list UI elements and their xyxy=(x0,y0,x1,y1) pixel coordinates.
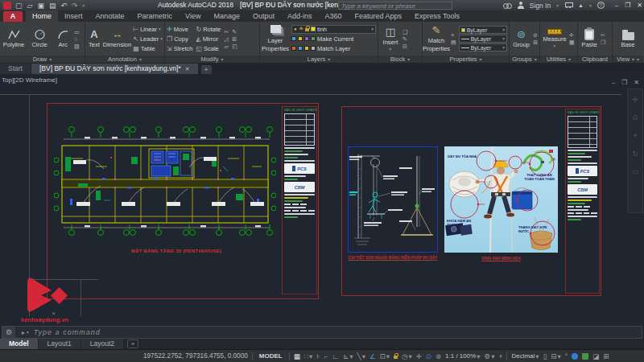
group-button[interactable]: Group xyxy=(511,23,531,55)
sign-in-chevron-icon[interactable] xyxy=(556,3,559,8)
plot-icon[interactable] xyxy=(49,2,56,10)
tab-express-tools[interactable]: Express Tools xyxy=(408,10,466,22)
doc-restore-icon[interactable] xyxy=(621,79,627,86)
object-color-select[interactable]: ByLayer xyxy=(459,26,507,34)
help-search-input[interactable]: Type a keyword or phrase xyxy=(338,2,452,10)
panel-label-clipboard[interactable]: Clipboard xyxy=(578,56,612,63)
match-layer-button[interactable]: Match Layer xyxy=(291,44,376,53)
edit-icon[interactable] xyxy=(232,29,237,35)
open-file-icon[interactable] xyxy=(27,2,33,10)
object-snap-tracking-icon[interactable] xyxy=(369,352,376,360)
block-attributes-icon[interactable] xyxy=(402,43,407,49)
annotation-visibility-icon[interactable] xyxy=(426,352,431,360)
ortho-icon[interactable] xyxy=(332,352,339,360)
a360-chevron-icon[interactable] xyxy=(589,3,592,8)
rotate-button[interactable]: Rotate xyxy=(196,25,221,34)
tab-layout2[interactable]: Layout2 xyxy=(81,339,123,349)
command-line[interactable]: Type a command xyxy=(2,326,642,339)
store-cart-icon[interactable] xyxy=(564,2,572,8)
quick-properties-icon[interactable] xyxy=(543,352,547,360)
showmotion-icon[interactable] xyxy=(632,167,639,175)
snap-icon[interactable] xyxy=(304,352,308,360)
insert-button[interactable]: Insert xyxy=(380,23,401,55)
panel-label-block[interactable]: Block xyxy=(378,56,422,63)
panel-label-utilities[interactable]: Utilities xyxy=(540,56,577,63)
customize-wrench-icon[interactable] xyxy=(2,327,15,338)
linear-dimension-button[interactable]: Linear xyxy=(133,25,163,34)
text-button[interactable]: A Text xyxy=(87,23,101,55)
panel-label-annotation[interactable]: Annotation xyxy=(85,56,164,63)
quick-calc-icon[interactable] xyxy=(569,39,575,45)
tab-model[interactable]: Model xyxy=(0,339,38,349)
search-icon[interactable] xyxy=(503,3,512,8)
copy-button[interactable]: Copy xyxy=(167,35,192,43)
chevron-down-icon[interactable] xyxy=(535,352,539,360)
workspace-gear-icon[interactable] xyxy=(485,352,491,360)
lock-ui-icon[interactable] xyxy=(394,356,398,359)
ellipse-icon[interactable] xyxy=(74,36,80,42)
sign-in-button[interactable]: Sign In xyxy=(530,2,551,10)
transparency-icon[interactable] xyxy=(451,39,456,45)
infer-constraints-icon[interactable] xyxy=(316,352,320,360)
panel-label-properties[interactable]: Properties xyxy=(423,56,509,63)
tab-featured-apps[interactable]: Featured Apps xyxy=(349,10,409,22)
tab-layout1[interactable]: Layout1 xyxy=(39,339,80,349)
qat-customize-icon[interactable] xyxy=(83,3,85,8)
chevron-down-icon[interactable] xyxy=(386,352,390,360)
navigation-bar[interactable] xyxy=(627,88,643,213)
graphics-performance-icon[interactable] xyxy=(572,353,578,360)
chevron-down-icon[interactable] xyxy=(362,352,365,360)
hardware-acceleration-icon[interactable] xyxy=(582,353,588,360)
trim-icon[interactable] xyxy=(224,29,229,35)
create-block-icon[interactable] xyxy=(402,29,407,35)
new-file-icon[interactable] xyxy=(15,2,23,10)
chevron-down-icon[interactable] xyxy=(309,352,312,360)
stretch-button[interactable]: Stretch xyxy=(167,44,192,53)
measure-button[interactable]: Measure xyxy=(542,23,568,55)
rectangle-icon[interactable] xyxy=(74,29,80,35)
object-snap-icon[interactable] xyxy=(380,352,386,360)
undo-icon[interactable] xyxy=(60,2,67,10)
layer-select[interactable]: tinh xyxy=(291,25,376,34)
zoom-extents-icon[interactable] xyxy=(633,131,637,140)
chevron-down-icon[interactable] xyxy=(408,352,411,360)
close-icon[interactable] xyxy=(637,2,642,9)
a360-icon[interactable] xyxy=(578,2,584,8)
drawing-canvas[interactable]: Top][2D Wireframe] xyxy=(0,74,644,326)
ungroup-icon[interactable] xyxy=(533,32,538,38)
ribbon-collapse-icon[interactable] xyxy=(637,56,639,62)
command-input[interactable]: Type a command xyxy=(34,328,101,336)
units-button[interactable]: Decimal xyxy=(511,352,535,360)
command-prompt-icon[interactable] xyxy=(22,329,29,336)
model-space-button[interactable]: MODEL xyxy=(257,352,285,360)
isolate-objects-icon[interactable] xyxy=(565,352,568,360)
close-tab-icon[interactable] xyxy=(185,64,190,74)
hatch-icon[interactable] xyxy=(74,43,80,49)
chevron-down-icon[interactable] xyxy=(557,352,560,360)
selection-cycling-icon[interactable] xyxy=(402,352,407,360)
redo-icon[interactable] xyxy=(72,2,78,10)
offset-icon[interactable] xyxy=(224,43,229,49)
dynamic-ucs-icon[interactable] xyxy=(416,352,422,360)
tab-annotate[interactable]: Annotate xyxy=(89,10,131,22)
polyline-button[interactable]: Polyline xyxy=(2,23,26,55)
display-icon[interactable] xyxy=(551,352,556,360)
chevron-down-icon[interactable] xyxy=(491,352,494,360)
arc-button[interactable]: Arc xyxy=(53,23,72,55)
tab-view[interactable]: View xyxy=(179,10,207,22)
cut-icon[interactable] xyxy=(601,32,605,38)
paste-button[interactable]: Paste xyxy=(580,23,599,55)
panel-label-layers[interactable]: Layers xyxy=(260,56,378,63)
mirror-button[interactable]: Mirror xyxy=(196,35,221,43)
tab-parametric[interactable]: Parametric xyxy=(131,10,180,22)
doc-minimize-icon[interactable] xyxy=(612,79,615,86)
make-current-button[interactable]: Make Current xyxy=(291,35,376,43)
polar-tracking-icon[interactable] xyxy=(343,352,349,360)
copy-clip-icon[interactable] xyxy=(601,39,605,45)
new-file-tab-button[interactable]: + xyxy=(201,65,212,74)
minimize-icon[interactable] xyxy=(615,2,618,9)
restore-icon[interactable] xyxy=(625,2,630,9)
annotation-scale-button[interactable]: 1:1 / 100% xyxy=(445,352,476,360)
scale-button[interactable]: Scale xyxy=(196,44,221,53)
fillet-icon[interactable] xyxy=(224,36,229,42)
